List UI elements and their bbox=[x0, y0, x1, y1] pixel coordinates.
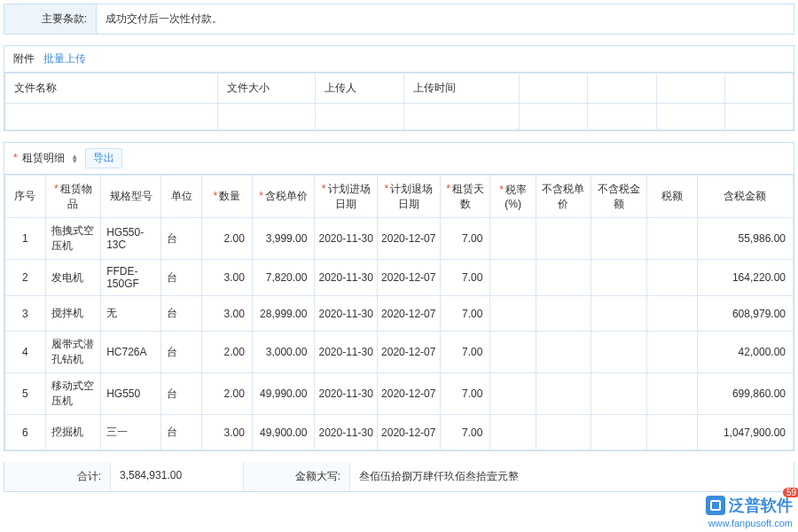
detail-panel: * 租赁明细 ▲▼ 导出 序号 *租赁物品 规格型号 单位 *数量 *含税单价 … bbox=[4, 142, 794, 451]
cell-plan_in: 2020-11-30 bbox=[315, 373, 378, 415]
grid-header-row: 序号 *租赁物品 规格型号 单位 *数量 *含税单价 *计划进场日期 *计划退场… bbox=[5, 176, 794, 218]
table-row[interactable]: 1拖拽式空压机HG550-13C台2.003,999.002020-11-302… bbox=[5, 218, 794, 260]
sort-icon[interactable]: ▲▼ bbox=[71, 154, 78, 163]
cell-spec: 无 bbox=[101, 296, 161, 332]
col-filesize: 文件大小 bbox=[218, 74, 316, 104]
col-plan-out[interactable]: *计划退场日期 bbox=[377, 176, 440, 218]
cell-amount_ex bbox=[591, 332, 647, 373]
cell-item: 挖掘机 bbox=[45, 415, 101, 450]
cell-price_ex bbox=[536, 218, 591, 260]
col-tax[interactable]: 税额 bbox=[646, 176, 697, 218]
cell-tax_rate bbox=[490, 218, 536, 260]
export-button[interactable]: 导出 bbox=[85, 148, 122, 168]
cell-unit: 台 bbox=[161, 218, 202, 260]
col-plan-in[interactable]: *计划进场日期 bbox=[315, 176, 378, 218]
cell-days: 7.00 bbox=[440, 373, 490, 415]
cell-spec: HG550 bbox=[101, 373, 161, 415]
total-row: 合计: 3,584,931.00 金额大写: 叁佰伍拾捌万肆仟玖佰叁拾壹元整 bbox=[4, 462, 794, 492]
cell-qty: 3.00 bbox=[201, 260, 252, 296]
cell-spec: HG550-13C bbox=[101, 218, 161, 260]
cell-price_ex bbox=[536, 296, 591, 332]
cell-plan_in: 2020-11-30 bbox=[315, 260, 378, 296]
cell-item: 移动式空压机 bbox=[45, 373, 101, 415]
table-row[interactable]: 3搅拌机无台3.0028,999.002020-11-302020-12-077… bbox=[5, 296, 794, 332]
total-label: 合计: bbox=[4, 462, 111, 491]
cell-plan_out: 2020-12-07 bbox=[377, 373, 440, 415]
terms-panel: 主要条款: 成功交付后一次性付款。 bbox=[4, 4, 794, 35]
cell-plan_out: 2020-12-07 bbox=[377, 332, 440, 373]
cell-plan_in: 2020-11-30 bbox=[315, 296, 378, 332]
cell-plan_out: 2020-12-07 bbox=[377, 260, 440, 296]
cell-amount_ex bbox=[591, 373, 647, 415]
cell-price: 3,999.00 bbox=[252, 218, 315, 260]
cell-price: 7,820.00 bbox=[252, 260, 315, 296]
cell-plan_out: 2020-12-07 bbox=[377, 415, 440, 450]
batch-upload-link[interactable]: 批量上传 bbox=[43, 51, 86, 66]
col-amount[interactable]: 含税金额 bbox=[697, 176, 793, 218]
cell-amount: 1,047,900.00 bbox=[697, 415, 793, 450]
terms-value: 成功交付后一次性付款。 bbox=[97, 4, 794, 34]
col-item[interactable]: *租赁物品 bbox=[45, 176, 101, 218]
cell-tax bbox=[646, 296, 697, 332]
col-empty bbox=[724, 74, 793, 104]
col-tax-rate[interactable]: *税率(%) bbox=[490, 176, 536, 218]
cell-days: 7.00 bbox=[440, 415, 490, 450]
cell-item: 拖拽式空压机 bbox=[45, 218, 101, 260]
table-row[interactable]: 2发电机FFDE-150GF台3.007,820.002020-11-30202… bbox=[5, 260, 794, 296]
cell-days: 7.00 bbox=[440, 332, 490, 373]
cell-days: 7.00 bbox=[440, 260, 490, 296]
cell-price: 49,900.00 bbox=[252, 415, 315, 450]
attachments-title: 附件 bbox=[13, 51, 35, 66]
cell-plan_in: 2020-11-30 bbox=[315, 218, 378, 260]
cell-item: 履带式潜孔钻机 bbox=[45, 332, 101, 373]
col-seq[interactable]: 序号 bbox=[5, 176, 46, 218]
required-mark: * bbox=[13, 152, 18, 164]
cell-seq: 6 bbox=[5, 415, 46, 450]
table-row[interactable]: 4履带式潜孔钻机HC726A台2.003,000.002020-11-30202… bbox=[5, 332, 794, 373]
terms-row: 主要条款: 成功交付后一次性付款。 bbox=[4, 4, 794, 34]
attachments-header-row: 文件名称 文件大小 上传人 上传时间 bbox=[5, 74, 794, 104]
attachments-table: 文件名称 文件大小 上传人 上传时间 bbox=[4, 73, 794, 130]
col-days[interactable]: *租赁天数 bbox=[440, 176, 490, 218]
cell-qty: 2.00 bbox=[201, 218, 252, 260]
watermark: 泛普软件 59 www.fanpusoft.com bbox=[706, 495, 793, 496]
grid-scroll[interactable]: 序号 *租赁物品 规格型号 单位 *数量 *含税单价 *计划进场日期 *计划退场… bbox=[4, 175, 794, 450]
col-qty[interactable]: *数量 bbox=[201, 176, 252, 218]
cell-tax bbox=[646, 332, 697, 373]
table-row[interactable]: 6挖掘机三一台3.0049,900.002020-11-302020-12-07… bbox=[5, 415, 794, 450]
col-unit[interactable]: 单位 bbox=[161, 176, 202, 218]
col-empty bbox=[656, 74, 724, 104]
cell-tax_rate bbox=[490, 296, 536, 332]
cell-price: 3,000.00 bbox=[252, 332, 315, 373]
cell-price_ex bbox=[536, 373, 591, 415]
attachments-empty-row bbox=[5, 104, 794, 130]
detail-title-wrap: * 租赁明细 ▲▼ bbox=[13, 151, 78, 166]
cn-amount-label: 金额大写: bbox=[244, 462, 350, 491]
cell-tax bbox=[646, 218, 697, 260]
cell-price_ex bbox=[536, 260, 591, 296]
cell-unit: 台 bbox=[161, 332, 202, 373]
cell-qty: 3.00 bbox=[201, 296, 252, 332]
cell-price_ex bbox=[536, 415, 591, 450]
col-price-ex[interactable]: 不含税单价 bbox=[536, 176, 591, 218]
cell-plan_in: 2020-11-30 bbox=[315, 415, 378, 450]
cn-amount-value: 叁佰伍拾捌万肆仟玖佰叁拾壹元整 bbox=[350, 462, 794, 491]
col-uploader: 上传人 bbox=[316, 74, 404, 104]
col-uploadtime: 上传时间 bbox=[404, 74, 520, 104]
cell-plan_in: 2020-11-30 bbox=[315, 332, 378, 373]
cell-item: 发电机 bbox=[45, 260, 101, 296]
col-price[interactable]: *含税单价 bbox=[252, 176, 315, 218]
col-spec[interactable]: 规格型号 bbox=[101, 176, 161, 218]
cell-days: 7.00 bbox=[440, 296, 490, 332]
col-empty bbox=[588, 74, 656, 104]
terms-label: 主要条款: bbox=[4, 4, 97, 34]
cell-tax_rate bbox=[490, 260, 536, 296]
cell-spec: 三一 bbox=[101, 415, 161, 450]
cell-amount: 55,986.00 bbox=[697, 218, 793, 260]
cell-amount: 164,220.00 bbox=[697, 260, 793, 296]
cell-tax_rate bbox=[490, 332, 536, 373]
cell-unit: 台 bbox=[161, 296, 202, 332]
table-row[interactable]: 5移动式空压机HG550台2.0049,990.002020-11-302020… bbox=[5, 373, 794, 415]
cell-seq: 5 bbox=[5, 373, 46, 415]
col-amount-ex[interactable]: 不含税金额 bbox=[591, 176, 647, 218]
